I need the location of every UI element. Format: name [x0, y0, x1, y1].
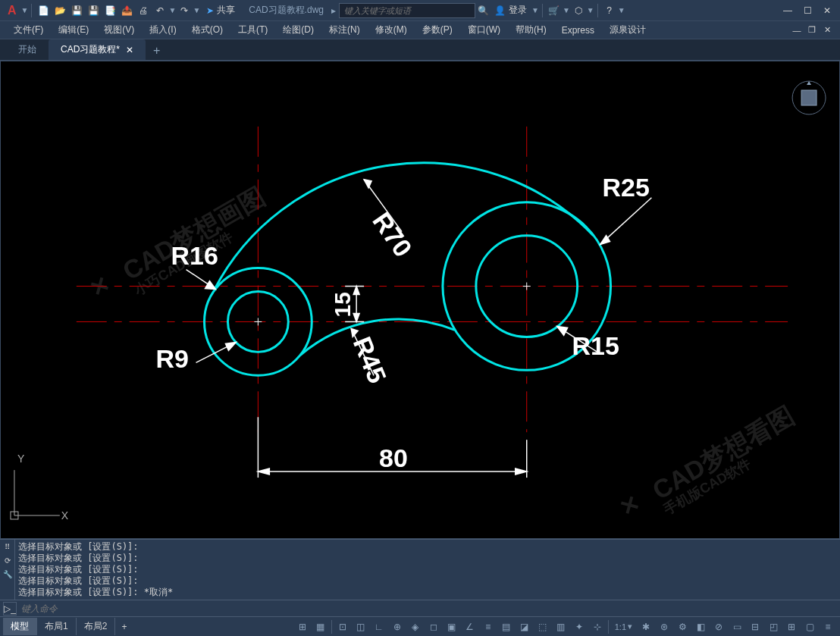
sb-osnap-icon[interactable]: ◻ — [425, 619, 443, 635]
search-icon[interactable]: 🔍 — [477, 4, 491, 17]
filename-label: CAD习题教程.dwg — [249, 4, 324, 17]
sb-lineweight-icon[interactable]: ≡ — [479, 619, 497, 635]
sb-polar-icon[interactable]: ⊕ — [388, 619, 406, 635]
menu-tools[interactable]: 工具(T) — [230, 21, 275, 39]
sb-dyn-input-icon[interactable]: ⊹ — [588, 619, 606, 635]
save-icon[interactable]: 💾 — [70, 4, 83, 17]
search-input[interactable] — [339, 3, 475, 18]
menu-format[interactable]: 格式(O) — [184, 21, 230, 39]
app-menu-arrow[interactable]: ▼ — [21, 6, 29, 14]
redo-dropdown[interactable]: ▼ — [193, 6, 200, 14]
menu-view[interactable]: 视图(V) — [96, 21, 142, 39]
sb-workspace-icon[interactable]: ⚙ — [673, 619, 691, 635]
menu-insert[interactable]: 插入(I) — [142, 21, 183, 39]
undo-icon[interactable]: ↶ — [153, 4, 167, 17]
sb-gizmo-icon[interactable]: ✦ — [570, 619, 588, 635]
undo-dropdown[interactable]: ▼ — [168, 6, 176, 14]
menu-parametric[interactable]: 参数(P) — [415, 21, 460, 39]
sb-transparency-icon[interactable]: ▤ — [497, 619, 516, 635]
menu-dimension[interactable]: 标注(N) — [321, 21, 368, 39]
sb-cycling-icon[interactable]: ◪ — [516, 619, 534, 635]
layout-tab-1[interactable]: 布局1 — [37, 618, 77, 635]
cart-dropdown[interactable]: ▼ — [563, 6, 570, 14]
login-dropdown[interactable]: ▼ — [531, 6, 539, 14]
cmd-line: 选择目标对象或 [设置(S)]: — [18, 553, 837, 564]
share-label: 共享 — [217, 4, 235, 17]
cmd-line: 选择目标对象或 [设置(S)]: — [18, 575, 837, 587]
close-button[interactable]: ✕ — [819, 2, 835, 19]
menubar: 文件(F) 编辑(E) 视图(V) 插入(I) 格式(O) 工具(T) 绘图(D… — [0, 21, 840, 39]
help-icon[interactable]: ? — [603, 4, 616, 17]
command-input[interactable] — [21, 603, 837, 614]
redo-icon[interactable]: ↷ — [177, 4, 191, 17]
svg-marker-25 — [557, 326, 568, 335]
help-dropdown[interactable]: ▼ — [618, 6, 625, 14]
cmd-line: 选择目标对象或 [设置(S)]: — [18, 541, 837, 553]
cart-icon[interactable]: 🛒 — [547, 4, 561, 17]
menu-help[interactable]: 帮助(H) — [508, 21, 554, 39]
menu-modify[interactable]: 修改(M) — [368, 21, 415, 39]
print-icon[interactable]: 🖨 — [136, 4, 150, 17]
minimize-button[interactable]: — — [779, 2, 796, 19]
sb-selection-icon[interactable]: ▥ — [552, 619, 570, 635]
sb-grid-icon[interactable]: ▦ — [312, 619, 330, 635]
sb-scale[interactable]: 1:1 ▾ — [610, 622, 637, 631]
sb-annotation-icon[interactable]: ✱ — [637, 619, 655, 635]
maximize-button[interactable]: ☐ — [799, 2, 816, 19]
sb-model-icon[interactable]: ⊞ — [293, 619, 312, 635]
dim-r9: R9 — [156, 344, 189, 373]
new-icon[interactable]: 📄 — [36, 4, 50, 17]
sb-dyn-ucs-icon[interactable]: ⬚ — [534, 619, 552, 635]
sb-otrack-icon[interactable]: ∠ — [461, 619, 479, 635]
sb-snap-icon[interactable]: ⊡ — [334, 619, 352, 635]
menu-draw[interactable]: 绘图(D) — [275, 21, 321, 39]
sb-quick-props-icon[interactable]: ▭ — [728, 619, 746, 635]
doc-restore[interactable]: ❐ — [805, 24, 819, 36]
svg-marker-41 — [807, 81, 811, 85]
doc-close[interactable]: ✕ — [820, 24, 834, 36]
menu-window[interactable]: 窗口(W) — [460, 21, 508, 39]
drawing-canvas[interactable]: CAD梦想画图 小巧CAD画图软件 ✕ CAD梦想看图 手机版CAD软件 ✕ R… — [0, 61, 840, 539]
app-icon[interactable]: ⬡ — [572, 4, 585, 17]
sb-infer-icon[interactable]: ◫ — [352, 619, 370, 635]
dim-r70: R70 — [367, 207, 418, 262]
saveas-icon[interactable]: 💾 — [86, 4, 100, 17]
sb-customize-icon[interactable]: ≡ — [819, 619, 837, 635]
search-arrow-icon: ▸ — [331, 5, 336, 16]
tab-start[interactable]: 开始 — [6, 39, 49, 60]
sb-monitor-icon[interactable]: ◧ — [691, 619, 710, 635]
app-dropdown[interactable]: ▼ — [587, 6, 594, 14]
doc-tabs: 开始 CAD习题教程* ✕ + — [0, 39, 840, 61]
layout-tab-2[interactable]: 布局2 — [77, 618, 116, 635]
tab-add-button[interactable]: + — [146, 42, 168, 60]
open-web-icon[interactable]: 📑 — [103, 4, 117, 17]
menu-yuanquan[interactable]: 源泉设计 — [602, 21, 654, 39]
command-input-row: ▷_ — [0, 600, 840, 616]
layout-add-button[interactable]: + — [115, 619, 133, 634]
sb-3dosnap-icon[interactable]: ▣ — [443, 619, 461, 635]
cmd-prompt-icon[interactable]: ▷_ — [3, 602, 17, 616]
login-button[interactable]: 登录 — [509, 4, 527, 17]
sb-clean-icon[interactable]: ▢ — [801, 619, 819, 635]
menu-express[interactable]: Express — [554, 23, 602, 38]
sb-lock-ui-icon[interactable]: ⊟ — [746, 619, 764, 635]
menu-edit[interactable]: 编辑(E) — [51, 21, 96, 39]
sb-hardware-icon[interactable]: ⊞ — [782, 619, 801, 635]
cmd-menu-icon[interactable]: ⠿ — [0, 540, 14, 553]
user-icon[interactable]: 👤 — [494, 4, 507, 17]
cmd-config-icon[interactable]: 🔧 — [0, 567, 14, 581]
doc-minimize[interactable]: — — [790, 24, 804, 36]
tab-close-icon[interactable]: ✕ — [126, 45, 133, 55]
sb-units-icon[interactable]: ⊘ — [710, 619, 728, 635]
sb-iso-icon[interactable]: ◈ — [406, 619, 425, 635]
cmd-history-icon[interactable]: ⟳ — [0, 553, 14, 567]
layout-tab-model[interactable]: 模型 — [3, 618, 37, 635]
sb-ortho-icon[interactable]: ∟ — [370, 619, 388, 635]
open-icon[interactable]: 📂 — [53, 4, 67, 17]
sb-annoscale-icon[interactable]: ⊛ — [655, 619, 673, 635]
share-button[interactable]: ➤ 共享 — [206, 4, 235, 17]
sb-isolate-icon[interactable]: ◰ — [764, 619, 782, 635]
menu-file[interactable]: 文件(F) — [6, 21, 51, 39]
save-web-icon[interactable]: 📤 — [120, 4, 133, 17]
tab-current[interactable]: CAD习题教程* ✕ — [49, 39, 146, 60]
